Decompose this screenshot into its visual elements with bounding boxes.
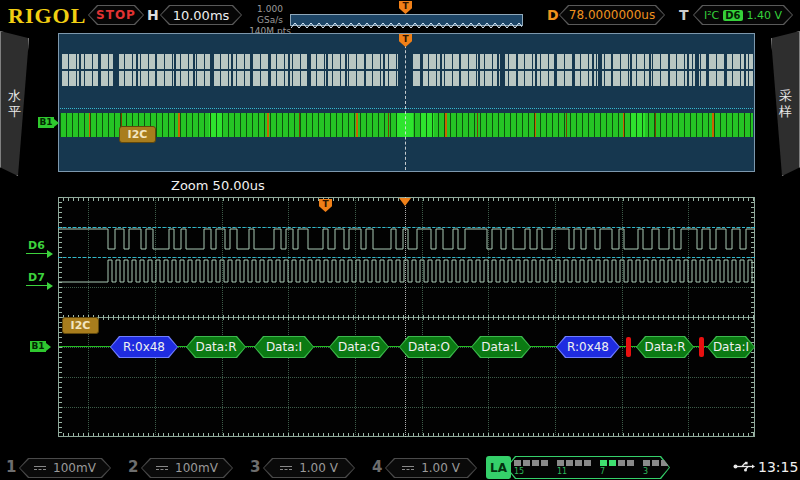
la-channel-0 (670, 460, 677, 466)
decode-frame-data: Data:G (329, 336, 389, 358)
la-badge[interactable]: LA (486, 456, 511, 479)
bus-type-badge-zoom[interactable]: I2C (62, 317, 99, 334)
la-channels-badge[interactable]: 151173 (506, 456, 670, 479)
la-channel-14 (523, 460, 530, 466)
waveform-thumbnail (291, 20, 522, 30)
delay-badge[interactable]: 78.0000000us (559, 5, 665, 25)
delay-value: 78.0000000us (569, 8, 655, 22)
la-channel-13 (532, 460, 539, 466)
d7-waveform (58, 260, 755, 282)
la-group-label: 11 (557, 467, 567, 476)
la-channel-4 (627, 460, 634, 466)
zoom-waveform-window[interactable] (58, 197, 755, 437)
decode-frame-data: Data:R (636, 336, 694, 358)
usb-icon (733, 461, 755, 472)
channel-1-number[interactable]: 1 (6, 458, 16, 476)
channel-1-badge[interactable]: 100mV (19, 458, 111, 478)
trigger-label: T (679, 7, 689, 23)
channel-2-badge[interactable]: 100mV (141, 458, 233, 478)
trigger-settings-badge[interactable]: I²C D6 1.40 V (693, 5, 793, 25)
d6-waveform (58, 229, 755, 249)
la-group-label: 3 (643, 467, 648, 476)
menu-tab-horizontal[interactable]: 水平 (0, 31, 29, 176)
menu-tab-horizontal-label: 水平 (7, 88, 22, 120)
sample-rate: 1.000 GSa/s (243, 4, 297, 26)
decode-frame-data: Data:O (399, 336, 459, 358)
dc-coupling-icon (280, 466, 292, 471)
channel-4-badge[interactable]: 1.00 V (385, 458, 477, 478)
decode-frame-text: Data:G (338, 340, 380, 354)
horizontal-label: H (147, 7, 159, 23)
channel-4-number[interactable]: 4 (372, 458, 382, 476)
decode-frame-text: Data:O (408, 340, 450, 354)
i2c-decode-row: R:0x48Data:RData:IData:GData:OData:LR:0x… (58, 336, 755, 358)
timebase-badge[interactable]: 10.00ms (160, 5, 242, 25)
trigger-position-line (405, 35, 406, 170)
clock: 13:15 (758, 459, 798, 475)
overview-waveform-window[interactable]: I2C (58, 33, 755, 172)
la-channel-9 (575, 460, 582, 466)
bus-type-badge[interactable]: I2C (119, 126, 156, 143)
timebase-value: 10.00ms (173, 8, 230, 23)
decode-frame-text: Data:I (713, 340, 749, 354)
la-channel-10 (566, 460, 573, 466)
run-state-badge[interactable]: STOP (88, 5, 144, 25)
channel-3-scale: 1.00 V (299, 461, 338, 475)
dc-coupling-icon (156, 466, 168, 471)
trigger-position-marker[interactable]: T (399, 1, 412, 14)
decode-error-mark (699, 337, 704, 357)
decode-frame-data: Data:L (471, 336, 531, 358)
rigol-logo: RIGOL (8, 3, 86, 29)
la-channel-12 (541, 460, 548, 466)
delay-label: D (547, 7, 559, 23)
decode-frame-data: Data:I (254, 336, 314, 358)
channel-4-scale: 1.00 V (421, 461, 460, 475)
trigger-level: 1.40 V (747, 9, 783, 22)
la-channel-3 (643, 460, 650, 466)
bus-b1-label[interactable]: B1 (38, 117, 54, 128)
timebase-scrollbar[interactable] (290, 14, 523, 26)
channel-d7-label[interactable]: D7 (26, 271, 47, 286)
decode-frame-text: R:0x48 (123, 340, 165, 354)
trigger-source: D6 (723, 10, 742, 21)
decode-frame-data: Data:R (186, 336, 246, 358)
decode-frame-address: R:0x48 (110, 336, 178, 358)
la-channel-11 (557, 460, 564, 466)
dc-coupling-icon (402, 466, 414, 471)
bus-b1-label-zoom[interactable]: B1 (30, 341, 46, 352)
decode-frame-data: Data:I (707, 336, 755, 358)
la-group-label: 15 (514, 467, 524, 476)
la-channel-5 (618, 460, 625, 466)
decode-error-mark (626, 337, 631, 357)
la-channel-2 (652, 460, 659, 466)
menu-tab-sampling[interactable]: 采样 (771, 31, 800, 176)
digital-waveforms (58, 197, 755, 437)
trigger-type: I²C (704, 9, 719, 22)
channel-2-scale: 100mV (175, 461, 218, 475)
channel-3-badge[interactable]: 1.00 V (263, 458, 355, 478)
dc-coupling-icon (34, 466, 46, 471)
channel-d6-label[interactable]: D6 (26, 239, 47, 254)
la-group-label: 7 (600, 467, 605, 476)
decode-frame-text: R:0x48 (567, 340, 609, 354)
run-state-label: STOP (96, 8, 136, 22)
decode-frame-text: Data:I (266, 340, 302, 354)
channel-1-scale: 100mV (53, 461, 96, 475)
channel-3-number[interactable]: 3 (250, 458, 260, 476)
la-channel-8 (584, 460, 591, 466)
menu-tab-sampling-label: 采样 (778, 88, 793, 120)
decode-frame-text: Data:L (481, 340, 520, 354)
bus-position-line (60, 108, 753, 109)
la-channel-6 (609, 460, 616, 466)
la-channel-7 (600, 460, 607, 466)
la-channel-1 (661, 460, 668, 466)
zoom-timebase-label: Zoom 50.00us (171, 178, 265, 193)
decode-frame-address: R:0x48 (556, 336, 620, 358)
decode-frame-text: Data:R (644, 340, 685, 354)
la-channel-indicators: 151173 (514, 459, 662, 476)
la-channel-15 (514, 460, 521, 466)
decode-frame-text: Data:R (195, 340, 236, 354)
channel-2-number[interactable]: 2 (128, 458, 138, 476)
